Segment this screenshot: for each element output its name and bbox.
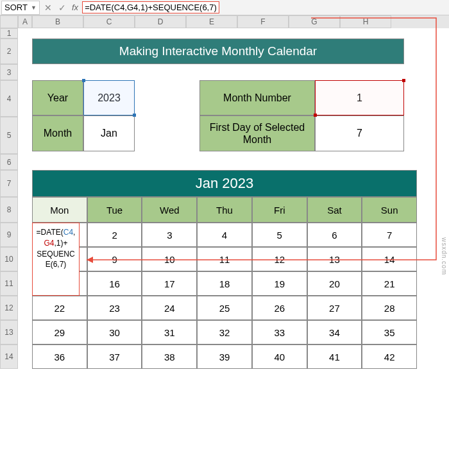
cal-cell[interactable]: 11 xyxy=(197,247,252,271)
cal-cell[interactable]: 9 xyxy=(87,247,142,271)
calendar-grid: Mon Tue Wed Thu Fri Sat Sun 234567910111… xyxy=(32,197,417,369)
name-box[interactable]: SORT▼ xyxy=(1,1,40,15)
col-A[interactable]: A xyxy=(18,15,32,28)
cal-cell[interactable]: 16 xyxy=(87,271,142,296)
cal-cell[interactable]: 31 xyxy=(142,320,197,344)
cal-cell[interactable]: 26 xyxy=(252,296,307,320)
formula-bar[interactable]: =DATE(C4,G4,1)+SEQUENCE(6,7) xyxy=(81,1,449,13)
row-14[interactable]: 14 xyxy=(0,344,18,369)
watermark: wsxdn.com xyxy=(441,237,448,275)
fx-icon[interactable]: fx xyxy=(69,3,81,12)
cal-cell[interactable]: 13 xyxy=(307,247,362,271)
name-box-value: SORT xyxy=(4,3,28,12)
row-6[interactable]: 6 xyxy=(0,154,18,170)
cal-cell[interactable]: 41 xyxy=(307,344,362,369)
cal-cell[interactable]: 21 xyxy=(362,271,417,296)
cal-cell[interactable]: 19 xyxy=(252,271,307,296)
chevron-down-icon[interactable]: ▼ xyxy=(31,4,37,11)
cal-cell[interactable]: 4 xyxy=(197,223,252,247)
row-2[interactable]: 2 xyxy=(0,38,18,64)
b9-formula-overlay[interactable]: =DATE(C4, G4,1)+ SEQUENC E(6,7) xyxy=(32,223,80,296)
row-1[interactable]: 1 xyxy=(0,28,18,38)
col-G[interactable]: G xyxy=(289,15,340,28)
row-10[interactable]: 10 xyxy=(0,247,18,271)
select-all[interactable] xyxy=(0,15,18,28)
weekday-sat: Sat xyxy=(307,197,362,223)
weekday-wed: Wed xyxy=(142,197,197,223)
cal-cell[interactable]: 25 xyxy=(197,296,252,320)
row-12[interactable]: 12 xyxy=(0,296,18,320)
cal-cell[interactable]: 17 xyxy=(142,271,197,296)
col-H[interactable]: H xyxy=(340,15,391,28)
col-C[interactable]: C xyxy=(83,15,135,28)
page-title: Making Interactive Monthly Calendar xyxy=(32,38,404,64)
cal-cell[interactable]: 2 xyxy=(87,223,142,247)
cal-cell[interactable]: 30 xyxy=(87,320,142,344)
row-3[interactable]: 3 xyxy=(0,64,18,80)
cal-cell[interactable]: 34 xyxy=(307,320,362,344)
enter-icon[interactable]: ✓ xyxy=(55,1,69,15)
cal-cell[interactable]: 38 xyxy=(142,344,197,369)
cal-cell[interactable]: 5 xyxy=(252,223,307,247)
cal-cell[interactable]: 40 xyxy=(252,344,307,369)
year-label: Year xyxy=(32,80,83,115)
cal-cell[interactable]: 18 xyxy=(197,271,252,296)
weekday-fri: Fri xyxy=(252,197,307,223)
month-value[interactable]: Jan xyxy=(83,115,135,151)
cal-cell[interactable]: 3 xyxy=(142,223,197,247)
cal-cell[interactable]: 22 xyxy=(32,296,87,320)
weekday-tue: Tue xyxy=(87,197,142,223)
cal-cell[interactable]: 7 xyxy=(362,223,417,247)
cal-cell[interactable]: 20 xyxy=(307,271,362,296)
cal-cell[interactable]: 35 xyxy=(362,320,417,344)
calendar-title: Jan 2023 xyxy=(32,170,417,197)
row-7[interactable]: 7 xyxy=(0,170,18,197)
first-day-label: First Day of Selected Month xyxy=(199,115,315,151)
cal-cell[interactable]: 24 xyxy=(142,296,197,320)
col-D[interactable]: D xyxy=(135,15,186,28)
cal-cell[interactable]: 12 xyxy=(252,247,307,271)
col-F[interactable]: F xyxy=(237,15,289,28)
cal-cell[interactable]: 27 xyxy=(307,296,362,320)
first-day-value[interactable]: 7 xyxy=(315,115,404,151)
cal-cell[interactable]: 42 xyxy=(362,344,417,369)
cal-cell[interactable]: 33 xyxy=(252,320,307,344)
g4-range-highlight xyxy=(315,80,404,115)
weekday-thu: Thu xyxy=(197,197,252,223)
col-B[interactable]: B xyxy=(32,15,83,28)
cal-cell[interactable]: 10 xyxy=(142,247,197,271)
cal-cell[interactable]: 28 xyxy=(362,296,417,320)
col-E[interactable]: E xyxy=(186,15,237,28)
cal-cell[interactable]: 29 xyxy=(32,320,87,344)
weekday-mon: Mon xyxy=(32,197,87,223)
cal-cell[interactable]: 14 xyxy=(362,247,417,271)
cal-cell[interactable]: 23 xyxy=(87,296,142,320)
cal-cell[interactable]: 32 xyxy=(197,320,252,344)
row-8[interactable]: 8 xyxy=(0,197,18,223)
month-label: Month xyxy=(32,115,83,151)
row-5[interactable]: 5 xyxy=(0,117,18,154)
cal-cell[interactable]: 36 xyxy=(32,344,87,369)
cal-cell[interactable]: 37 xyxy=(87,344,142,369)
c4-range-highlight xyxy=(83,80,135,115)
cal-cell[interactable]: 6 xyxy=(307,223,362,247)
weekday-sun: Sun xyxy=(362,197,417,223)
row-4[interactable]: 4 xyxy=(0,80,18,117)
row-9[interactable]: 9 xyxy=(0,223,18,247)
formula-text: =DATE(C4,G4,1)+SEQUENCE(6,7) xyxy=(82,1,219,13)
row-13[interactable]: 13 xyxy=(0,320,18,344)
cal-cell[interactable]: 39 xyxy=(197,344,252,369)
row-11[interactable]: 11 xyxy=(0,271,18,296)
cancel-icon[interactable]: ✕ xyxy=(41,1,55,15)
month-number-label: Month Number xyxy=(199,80,315,115)
